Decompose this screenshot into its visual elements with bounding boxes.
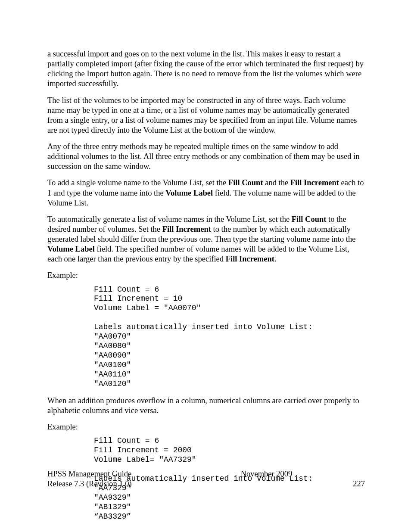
page-number: 227: [353, 479, 365, 489]
body-paragraph: a successful import and goes on to the n…: [47, 49, 365, 89]
bold-term: Fill Increment: [226, 255, 274, 263]
footer-title: HPSS Management Guide: [47, 469, 168, 479]
example-label: Example:: [47, 422, 365, 432]
footer-date: November 2009: [241, 469, 293, 479]
page-footer: HPSS Management Guide November 2009 Rele…: [47, 469, 365, 489]
bold-term: Fill Count: [228, 178, 263, 187]
text-run: and the: [263, 178, 290, 187]
body-paragraph: To add a single volume name to the Volum…: [47, 178, 365, 208]
bold-term: Volume Label: [47, 245, 95, 253]
bold-term: Fill Increment: [290, 178, 339, 187]
text-run: .: [274, 255, 277, 263]
text-run: To automatically generate a list of volu…: [47, 215, 292, 224]
bold-term: Volume Label: [165, 189, 213, 197]
bold-term: Fill Count: [292, 215, 327, 224]
text-run: To add a single volume name to the Volum…: [47, 178, 228, 187]
bold-term: Fill Increment: [162, 225, 211, 233]
body-paragraph: When an addition produces overflow in a …: [47, 396, 365, 416]
body-paragraph: To automatically generate a list of volu…: [47, 215, 365, 264]
example-label: Example:: [47, 271, 365, 280]
code-block: Fill Count = 6 Fill Increment = 10 Volum…: [47, 285, 365, 389]
footer-release: Release 7.3 (Revision 1.0): [47, 479, 168, 489]
body-paragraph: The list of the volumes to be imported m…: [47, 96, 365, 136]
body-paragraph: Any of the three entry methods may be re…: [47, 142, 365, 171]
document-page: a successful import and goes on to the n…: [0, 0, 411, 532]
